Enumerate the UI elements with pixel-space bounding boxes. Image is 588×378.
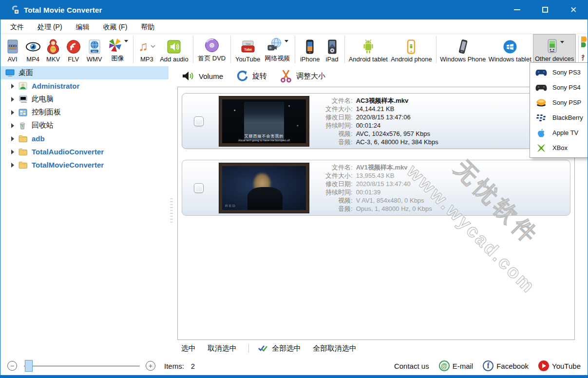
expand-arrow-icon[interactable]	[11, 136, 14, 141]
toolbar-mkv-button[interactable]: MKV	[43, 34, 63, 65]
selection-bar: 选中 取消选中 全部选中 全部取消选中	[174, 340, 588, 357]
slider-handle[interactable]	[25, 360, 33, 372]
expand-arrow-icon[interactable]	[11, 123, 14, 128]
close-icon: ✕	[570, 6, 577, 14]
menu-item-blackberry[interactable]: BlackBerry	[530, 110, 588, 125]
xbox-x-icon	[535, 143, 548, 153]
deselect-all-button[interactable]: 全部取消选中	[313, 344, 357, 353]
file-video: V AV1, 854x480, 0 Kbps	[356, 196, 432, 205]
windows-phone-icon	[456, 38, 470, 55]
toolbar-separator	[578, 36, 579, 63]
tree-item-this-pc[interactable]: 此电脑	[0, 93, 169, 106]
contact-us-link[interactable]: Contact us	[394, 362, 429, 370]
toolbar-flv-button[interactable]: FLV	[63, 34, 84, 65]
menu-process[interactable]: 处理 (P)	[31, 19, 69, 34]
web-video-icon	[266, 37, 288, 53]
tree-item-administrator[interactable]: Administrator	[0, 79, 169, 93]
toolbar-image-button[interactable]: 图像	[105, 34, 131, 65]
toolbar-other-devices-button[interactable]: Other devices	[533, 34, 576, 65]
tree-item-total-audio-converter[interactable]: TotalAudioConverter	[0, 145, 169, 158]
select-all-button[interactable]: 全部选中	[258, 344, 301, 353]
selection-separator	[248, 344, 249, 353]
iphone-icon	[303, 38, 316, 55]
volume-button[interactable]: Volume	[181, 70, 223, 82]
toolbar-youtube-button[interactable]: YouTube YouTube	[233, 34, 263, 65]
label-filesize: 文件大小:	[325, 105, 353, 113]
label-filename: 文件名:	[325, 96, 353, 105]
dropdown-caret-icon	[124, 40, 128, 42]
youtube-link[interactable]: YouTube	[538, 360, 581, 371]
facebook-link[interactable]: f Facebook	[483, 360, 529, 371]
file-checkbox[interactable]	[194, 116, 204, 126]
minimize-button[interactable]	[503, 0, 531, 19]
app-window: Total Movie Converter ✕ 文件 处理 (P) 编辑 收藏 …	[0, 0, 588, 378]
toolbar-mp4-button[interactable]: MP4	[22, 34, 43, 65]
tree-item-total-movie-converter[interactable]: TotalMovieConverter	[0, 158, 169, 171]
file-checkbox[interactable]	[194, 183, 204, 193]
expand-arrow-icon[interactable]	[11, 97, 14, 102]
file-name: AV1视频样本.mkv	[356, 163, 432, 171]
tree-item-desktop[interactable]: 桌面	[0, 66, 169, 79]
expand-arrow-icon[interactable]	[11, 110, 14, 115]
sidebar-splitter[interactable]	[169, 65, 174, 357]
menu-help[interactable]: 帮助	[134, 19, 161, 34]
statusbar: − + Items: 2 Contact us @ E-mail f Faceb…	[0, 357, 588, 375]
resize-button[interactable]: 调整大小	[280, 69, 325, 83]
desktop-icon	[5, 69, 15, 77]
file-row[interactable]: 艾丽西娅不会害我的 Alicia isn't going to have me …	[182, 93, 570, 149]
toolbar-truncated-button[interactable]: 扌	[581, 34, 588, 65]
close-button[interactable]: ✕	[559, 0, 588, 19]
svg-text:Tube: Tube	[244, 47, 252, 51]
svg-text:wmv: wmv	[92, 50, 97, 52]
toolbar-add-audio-button[interactable]: Add audio	[158, 34, 190, 65]
toolbar-dvd-button[interactable]: 首页 DVD	[196, 34, 228, 65]
menu-favorites[interactable]: 收藏 (F)	[96, 19, 134, 34]
menu-file[interactable]: 文件	[3, 19, 31, 34]
toolbar-android-phone-button[interactable]: Android phone	[389, 34, 434, 65]
toolbar-iphone-button[interactable]: iPhone	[298, 34, 322, 65]
email-link[interactable]: @ E-mail	[439, 360, 474, 371]
double-check-icon	[258, 344, 268, 352]
toolbar-avi-button[interactable]: AVI	[2, 34, 22, 65]
tree-item-control-panel[interactable]: 控制面板	[0, 106, 169, 119]
android-robot-icon	[361, 38, 376, 55]
file-date: 2020/8/15 13:47:40	[356, 180, 432, 188]
deselect-button[interactable]: 取消选中	[208, 344, 237, 353]
tree-item-adb[interactable]: adb	[0, 132, 169, 145]
wmv-media-icon: wmv	[87, 38, 102, 55]
menu-item-sony-psp[interactable]: Sony PSP	[530, 95, 588, 110]
toolbar-windows-phone-button[interactable]: Windows Phone	[439, 34, 487, 65]
menu-item-xbox[interactable]: XBox	[530, 140, 588, 155]
toolbar-mp3-button[interactable]: ♫ MP3	[136, 34, 158, 65]
file-duration: 00:01:39	[356, 188, 432, 196]
toolbar-ipad-button[interactable]: iPad	[322, 34, 342, 65]
windows-logo-icon	[502, 38, 518, 55]
expand-arrow-icon[interactable]	[11, 163, 14, 168]
app-icon	[10, 5, 20, 15]
toolbar-web-video-button[interactable]: 网络视频	[263, 34, 292, 65]
file-details: 文件名: 文件大小: 修改日期: 持续时间: 视频: 音频: AV1视频样本.m…	[325, 163, 432, 213]
handheld-device-icon	[545, 38, 564, 54]
user-icon	[19, 82, 28, 90]
maximize-button[interactable]	[531, 0, 559, 19]
menu-item-sony-ps4[interactable]: Sony PS4	[530, 80, 588, 95]
thumbnail-size-slider[interactable]	[24, 360, 140, 372]
menu-item-sony-ps3[interactable]: Sony PS3	[530, 65, 588, 80]
toolbar-windows-tablet-button[interactable]: Windows tablet	[487, 34, 533, 65]
label-video: 视频:	[325, 130, 353, 138]
zoom-in-icon[interactable]: +	[146, 361, 155, 371]
tree-item-recycle-bin[interactable]: 回收站	[0, 119, 169, 132]
file-details: 文件名: 文件大小: 修改日期: 持续时间: 视频: 音频: AC3视频样本.m…	[325, 96, 438, 146]
zoom-out-icon[interactable]: −	[7, 361, 17, 371]
expand-arrow-icon[interactable]	[11, 150, 14, 154]
file-row[interactable]: RED 文件名: 文件大小: 修改日期: 持续时间: 视频: 音频: AV1视频…	[182, 160, 570, 216]
window-controls: ✕	[503, 0, 588, 19]
flash-icon	[66, 38, 81, 55]
toolbar-android-tablet-button[interactable]: Android tablet	[347, 34, 389, 65]
menu-item-apple-tv[interactable]: Apple TV	[530, 125, 588, 140]
toolbar-wmv-button[interactable]: wmv WMV	[84, 34, 105, 65]
expand-arrow-icon[interactable]	[11, 84, 14, 89]
select-button[interactable]: 选中	[181, 344, 196, 353]
menu-edit[interactable]: 编辑	[69, 19, 96, 34]
rotate-button[interactable]: 旋转	[236, 70, 267, 82]
